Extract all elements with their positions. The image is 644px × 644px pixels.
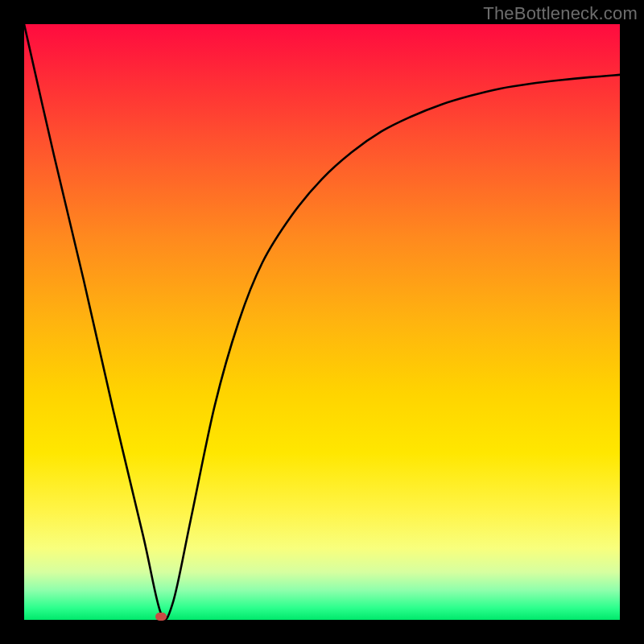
bottleneck-curve: [24, 24, 620, 620]
plot-area: [24, 24, 620, 620]
chart-frame: TheBottleneck.com: [0, 0, 644, 644]
minimum-marker: [155, 613, 167, 621]
watermark-text: TheBottleneck.com: [483, 3, 638, 24]
